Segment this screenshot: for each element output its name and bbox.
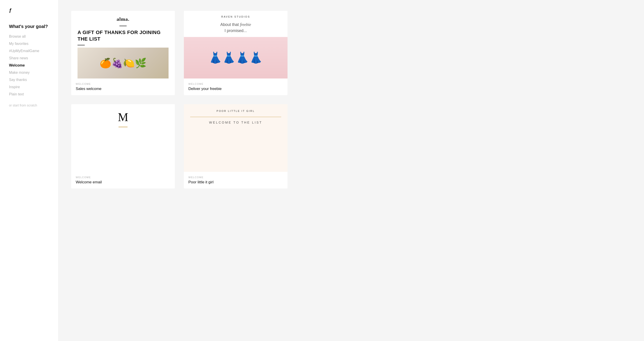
raven-text-line2: I promised... [224, 29, 247, 33]
fruit-illustration: 🍊🍇🍋🌿 [98, 56, 148, 70]
template-info-poor-little-it-girl: WELCOME Poor little it girl [184, 172, 288, 189]
template-preview-sales-welcome: alma. A GIFT OF THANKS FOR JOINING THE L… [71, 11, 175, 79]
sidebar-item-welcome[interactable]: Welcome [9, 63, 49, 68]
m-brand-logo: M [118, 111, 128, 123]
alma-brand-logo: alma. [117, 16, 130, 22]
raven-text-line1: About that [220, 22, 239, 27]
template-card-deliver-freebie[interactable]: RAVEN STUDIOS About that freebie I promi… [184, 11, 288, 95]
template-preview-m: M [71, 104, 175, 172]
poor-welcome-text: WELCOME TO THE LIST [209, 121, 262, 124]
sidebar-item-plain-text[interactable]: Plain text [9, 92, 49, 96]
template-grid: alma. A GIFT OF THANKS FOR JOINING THE L… [71, 11, 288, 189]
raven-text-italic: freebie [240, 22, 251, 27]
sidebar-item-browse-all[interactable]: Browse all [9, 35, 49, 39]
template-name-label: Welcome email [76, 180, 170, 184]
sidebar: ƒ What's your goal? Browse all My favori… [0, 0, 58, 341]
template-card-poor-little-it-girl[interactable]: POOR LITTLE IT GIRL WELCOME TO THE LIST … [184, 104, 288, 189]
start-from-scratch[interactable]: or start from scratch [9, 104, 49, 107]
raven-photo-area: 👗👗👗👗 [184, 37, 288, 79]
template-category-label: WELCOME [76, 176, 170, 179]
template-preview-poor-little-it-girl: POOR LITTLE IT GIRL WELCOME TO THE LIST [184, 104, 288, 172]
template-name-label: Sales welcome [76, 87, 170, 91]
raven-text-body: About that freebie I promised... [220, 22, 251, 34]
main-content: alma. A GIFT OF THANKS FOR JOINING THE L… [58, 0, 644, 341]
alma-divider-top [120, 26, 127, 26]
sidebar-item-share-news[interactable]: Share news [9, 56, 49, 60]
template-info-m: WELCOME Welcome email [71, 172, 175, 189]
template-category-label: WELCOME [188, 176, 283, 179]
sidebar-item-up-my-email-game[interactable]: #UpMyEmailGame [9, 49, 49, 53]
alma-divider-bottom [78, 45, 85, 45]
template-info-sales-welcome: WELCOME Sales welcome [71, 79, 175, 95]
sidebar-item-say-thanks[interactable]: Say thanks [9, 78, 49, 82]
template-preview-deliver-freebie: RAVEN STUDIOS About that freebie I promi… [184, 11, 288, 79]
poor-accent-line [190, 117, 281, 117]
sidebar-item-my-favorites[interactable]: My favorites [9, 42, 49, 46]
template-card-m[interactable]: M WELCOME Welcome email [71, 104, 175, 189]
sidebar-nav: Browse all My favorites #UpMyEmailGame S… [9, 35, 49, 96]
m-accent-line [118, 127, 128, 127]
template-name-label: Deliver your freebie [188, 87, 283, 91]
raven-brand: RAVEN STUDIOS [221, 15, 250, 18]
raven-people-illustration: 👗👗👗👗 [209, 52, 263, 64]
app-logo: ƒ [9, 7, 49, 13]
template-category-label: WELCOME [188, 83, 283, 85]
template-name-label: Poor little it girl [188, 180, 283, 184]
sidebar-title: What's your goal? [9, 24, 49, 29]
alma-headline: A GIFT OF THANKS FOR JOINING THE LIST [78, 29, 168, 42]
template-card-sales-welcome[interactable]: alma. A GIFT OF THANKS FOR JOINING THE L… [71, 11, 175, 95]
sidebar-item-inspire[interactable]: Inspire [9, 85, 49, 89]
raven-top-section: RAVEN STUDIOS About that freebie I promi… [184, 11, 288, 37]
template-category-label: WELCOME [76, 83, 170, 85]
sidebar-item-make-money[interactable]: Make money [9, 71, 49, 75]
template-info-deliver-freebie: WELCOME Deliver your freebie [184, 79, 288, 95]
alma-photo-area: 🍊🍇🍋🌿 [78, 48, 168, 79]
poor-brand-name: POOR LITTLE IT GIRL [216, 110, 255, 112]
